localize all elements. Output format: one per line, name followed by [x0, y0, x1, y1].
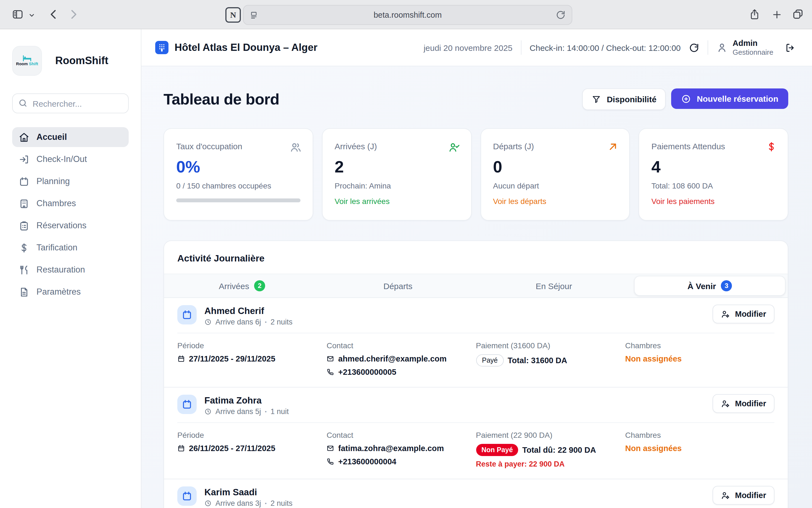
- tab-en-sejour[interactable]: En Séjour: [476, 274, 632, 297]
- stat-sub: Aucun départ: [493, 181, 617, 190]
- sidebar-item-label: Réservations: [37, 220, 87, 230]
- tab-overview-icon[interactable]: [792, 8, 804, 20]
- bed-icon: [22, 55, 32, 61]
- sidebar-item-tarification[interactable]: Tarification: [12, 238, 129, 258]
- tab-arrivees[interactable]: Arrivées 2: [164, 274, 320, 297]
- sidebar-item-label: Accueil: [37, 132, 67, 142]
- period-value: 26/11/2025 - 27/11/2025: [189, 444, 275, 453]
- hotel-name: Hôtel Atlas El Dounya – Alger: [175, 41, 317, 54]
- address-bar[interactable]: beta.roomshift.com: [243, 5, 572, 25]
- sidebar-item-chambres[interactable]: Chambres: [12, 194, 129, 213]
- payment-total: Total dû: 22 900 DA: [522, 446, 596, 454]
- rooms-value: Non assignées: [625, 354, 775, 363]
- user-gear-icon: [721, 309, 730, 319]
- arrival-text: Arrive dans 3j: [216, 499, 261, 507]
- activity-title: Activité Journalière: [164, 241, 788, 273]
- current-date: jeudi 20 novembre 2025: [424, 43, 513, 52]
- arrow-up-right-icon: [608, 141, 618, 152]
- url-text[interactable]: beta.roomshift.com: [374, 10, 442, 19]
- rooms-value: Non assignées: [625, 444, 775, 453]
- stat-label: Paiements Attendus: [652, 141, 776, 151]
- app: RoomShift RoomShift Accueil Check-In/Out: [0, 29, 812, 508]
- roomshift-logo: RoomShift: [12, 46, 42, 76]
- guest-subline: Arrive dans 6j • 2 nuits: [204, 318, 292, 326]
- availability-button[interactable]: Disponibilité: [582, 88, 666, 110]
- users-icon: [290, 141, 301, 153]
- sidebar-item-accueil[interactable]: Accueil: [12, 127, 129, 147]
- dollar-icon: [19, 242, 29, 253]
- page-head: Tableau de bord Disponibilité Nouvelle r…: [163, 88, 788, 110]
- sidebar-item-reservations[interactable]: Réservations: [12, 216, 129, 236]
- stat-sub: Total: 108 600 DA: [652, 181, 776, 190]
- reload-icon[interactable]: [556, 10, 566, 20]
- search-input[interactable]: [12, 93, 129, 113]
- availability-label: Disponibilité: [607, 94, 657, 104]
- stat-label: Arrivées (J): [335, 141, 459, 151]
- sidebar-nav: Accueil Check-In/Out Planning Chambres R…: [12, 127, 129, 302]
- modify-button[interactable]: Modifier: [712, 394, 774, 413]
- phone-value: +213600000005: [338, 368, 397, 376]
- refresh-icon[interactable]: [689, 42, 700, 53]
- user-gear-icon: [721, 491, 730, 500]
- screen: N beta.roomshift.com RoomSh: [0, 0, 812, 508]
- tab-badge: 2: [254, 280, 265, 291]
- tab-departs[interactable]: Départs: [320, 274, 476, 297]
- period-value: 27/11/2025 - 29/11/2025: [189, 354, 275, 363]
- user-check-icon: [448, 141, 460, 153]
- arrival-text: Arrive dans 5j: [216, 408, 261, 416]
- paid-badge: Payé: [476, 354, 504, 367]
- new-tab-icon[interactable]: [772, 9, 782, 20]
- guest-row-header: Karim Saadi Arrive dans 3j • 2 nuits: [177, 479, 774, 508]
- filter-icon: [592, 94, 601, 104]
- chevron-down-icon[interactable]: [29, 12, 35, 18]
- guest-subline: Arrive dans 5j • 1 nuit: [204, 408, 289, 416]
- dot-separator: •: [265, 409, 267, 414]
- modify-button[interactable]: Modifier: [712, 486, 774, 505]
- daily-activity-panel: Activité Journalière Arrivées 2 Départs …: [163, 241, 788, 508]
- tab-a-venir[interactable]: À Venir 3: [634, 276, 786, 296]
- detail-label: Période: [177, 431, 327, 439]
- stat-value: 0%: [176, 158, 300, 176]
- file-text-icon: [19, 287, 29, 297]
- check-in-out-icon: [19, 154, 29, 164]
- stat-label: Départs (J): [493, 141, 617, 151]
- detail-label: Contact: [327, 431, 476, 439]
- logo-text-shift: Shift: [29, 61, 38, 66]
- user-menu[interactable]: Admin Gestionnaire: [717, 39, 773, 56]
- mail-icon: [327, 444, 334, 452]
- sidebar-item-label: Restauration: [37, 265, 85, 275]
- guest-name: Fatima Zohra: [204, 395, 289, 406]
- clock-icon: [204, 408, 211, 415]
- arrival-text: Arrive dans 6j: [216, 318, 261, 326]
- sidebar-toggle-icon[interactable]: [11, 9, 24, 20]
- sidebar-item-label: Chambres: [37, 199, 76, 208]
- sidebar-item-restauration[interactable]: Restauration: [12, 260, 129, 280]
- calendar-tile-icon: [177, 395, 197, 414]
- view-arrivals-link[interactable]: Voir les arrivées: [335, 197, 459, 206]
- share-icon[interactable]: [749, 8, 760, 20]
- email-value: ahmed.cherif@example.com: [338, 354, 447, 363]
- reader-view-icon[interactable]: [249, 10, 258, 20]
- modify-button[interactable]: Modifier: [712, 305, 774, 323]
- notion-extension-icon[interactable]: N: [225, 7, 241, 23]
- sidebar-item-parametres[interactable]: Paramètres: [12, 282, 129, 302]
- stat-cards: Taux d'occupation 0% 0 / 150 chambres oc…: [163, 128, 788, 220]
- user-gear-icon: [721, 399, 730, 408]
- guest-row: Karim Saadi Arrive dans 3j • 2 nuits: [164, 479, 788, 508]
- tab-label: Arrivées: [219, 281, 249, 291]
- modify-label: Modifier: [735, 399, 766, 408]
- sidebar-item-check-in-out[interactable]: Check-In/Out: [12, 149, 129, 169]
- back-icon[interactable]: [48, 8, 60, 20]
- logout-icon[interactable]: [785, 42, 796, 53]
- stat-label: Taux d'occupation: [176, 141, 300, 151]
- user-icon: [717, 42, 728, 53]
- guest-details: Période 26/11/2025 - 27/11/2025 Contact: [177, 422, 774, 479]
- view-payments-link[interactable]: Voir les paiements: [652, 197, 776, 206]
- new-reservation-button[interactable]: Nouvelle réservation: [671, 88, 788, 109]
- sidebar-item-planning[interactable]: Planning: [12, 171, 129, 191]
- view-departures-link[interactable]: Voir les départs: [493, 197, 617, 206]
- sidebar: RoomShift RoomShift Accueil Check-In/Out: [0, 29, 141, 508]
- building-icon: [19, 198, 29, 209]
- calendar-icon: [177, 444, 185, 452]
- forward-icon: [67, 8, 80, 20]
